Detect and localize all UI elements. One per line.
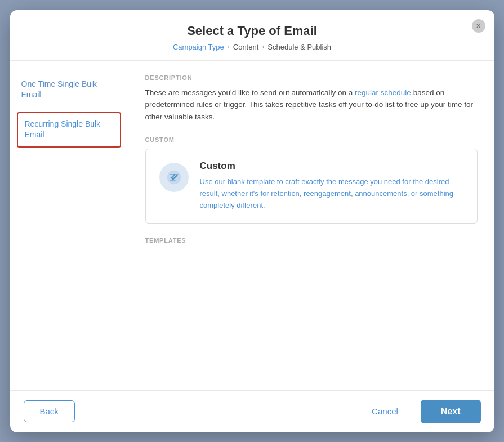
breadcrumb: Campaign Type › Content › Schedule & Pub… <box>33 43 472 51</box>
custom-card-title: Custom <box>200 160 463 172</box>
sidebar: One Time Single Bulk Email Recurring Sin… <box>10 61 128 390</box>
description-text: These are messages you'd like to send ou… <box>145 87 478 123</box>
modal-footer: Back Cancel Next <box>10 390 494 432</box>
custom-section: CUSTOM <box>145 136 478 223</box>
modal-title: Select a Type of Email <box>33 24 472 38</box>
custom-icon <box>159 163 189 192</box>
sidebar-item-one-time[interactable]: One Time Single Bulk Email <box>10 72 128 108</box>
breadcrumb-schedule-publish: Schedule & Publish <box>267 43 331 51</box>
breadcrumb-separator-1: › <box>228 43 230 51</box>
templates-label: TEMPLATES <box>145 237 478 244</box>
breadcrumb-campaign-type[interactable]: Campaign Type <box>173 43 224 51</box>
breadcrumb-content: Content <box>233 43 259 51</box>
content-area: DESCRIPTION These are messages you'd lik… <box>128 61 494 390</box>
next-button[interactable]: Next <box>421 400 481 423</box>
cancel-button[interactable]: Cancel <box>358 401 412 422</box>
footer-right: Cancel Next <box>358 400 480 423</box>
breadcrumb-separator-2: › <box>262 43 264 51</box>
modal-header: Select a Type of Email Campaign Type › C… <box>10 10 494 61</box>
custom-card[interactable]: Custom Use our blank template to craft e… <box>145 149 478 223</box>
close-button[interactable]: × <box>472 19 485 33</box>
custom-label: CUSTOM <box>145 136 478 143</box>
custom-card-text: Custom Use our blank template to craft e… <box>200 160 463 211</box>
templates-section: TEMPLATES <box>145 237 478 244</box>
modal-body: One Time Single Bulk Email Recurring Sin… <box>10 61 494 390</box>
select-email-type-modal: Select a Type of Email Campaign Type › C… <box>10 10 494 432</box>
custom-card-description: Use our blank template to craft exactly … <box>200 176 463 211</box>
description-label: DESCRIPTION <box>145 74 478 81</box>
sidebar-item-recurring[interactable]: Recurring Single Bulk Email <box>17 112 121 148</box>
back-button[interactable]: Back <box>24 400 75 422</box>
svg-point-0 <box>167 171 181 185</box>
